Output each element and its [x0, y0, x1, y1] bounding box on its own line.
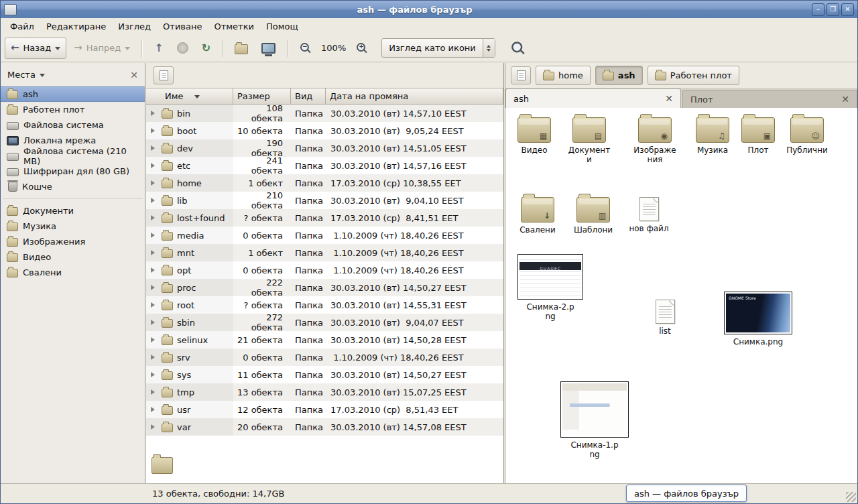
icon-item-documents[interactable]: ▤ Документи [559, 117, 619, 165]
sidebar-place-item[interactable]: Шифриран дял (80 GB) [1, 164, 145, 179]
table-row[interactable]: boot 10 обекта Папка 30.03.2010 (вт) 9,0… [146, 122, 503, 139]
sidebar-close-icon[interactable]: ✕ [130, 70, 138, 80]
up-button[interactable]: ↑ [148, 38, 169, 59]
table-row[interactable]: sys 11 обекта Папка 30.03.2010 (вт) 14,5… [146, 366, 503, 383]
zoom-out-button[interactable] [294, 38, 317, 59]
sidebar-selector-icon[interactable] [40, 74, 45, 80]
sidebar-bookmark-item[interactable]: Изображения [1, 234, 145, 249]
expander-icon[interactable] [151, 163, 158, 168]
expander-icon[interactable] [151, 180, 158, 186]
menu-help[interactable]: Помощ [260, 19, 304, 34]
expander-icon[interactable] [151, 128, 158, 133]
menu-view[interactable]: Изглед [112, 19, 157, 34]
sidebar-bookmark-item[interactable]: Свалени [1, 265, 145, 280]
expander-icon[interactable] [151, 111, 158, 116]
resize-grip[interactable] [846, 492, 856, 502]
sidebar-place-item[interactable]: Файлова система [1, 117, 145, 133]
table-row[interactable]: usr 12 обекта Папка 17.03.2010 (ср) 8,51… [146, 401, 503, 418]
maximize-button[interactable]: ❐ [826, 3, 839, 16]
icon-item-templates[interactable]: ▥ Шаблони [563, 197, 623, 235]
table-row[interactable]: selinux 21 обекта Папка 30.03.2010 (вт) … [146, 331, 503, 349]
menu-bookmarks[interactable]: Отметки [208, 19, 259, 34]
expander-icon[interactable] [151, 424, 158, 430]
column-header-name[interactable]: Име [146, 88, 233, 105]
table-row[interactable]: mnt 1 обект Папка 1.10.2009 (чт) 18,40,2… [146, 244, 503, 261]
expander-icon[interactable] [151, 407, 158, 412]
table-row[interactable]: etc 241 обекта Папка 30.03.2010 (вт) 14,… [146, 157, 503, 174]
sidebar-bookmark-item[interactable]: Видео [1, 249, 145, 265]
table-row[interactable]: bin 108 обекта Папка 30.03.2010 (вт) 14,… [146, 105, 503, 122]
sidebar-place-item[interactable]: Работен плот [1, 102, 145, 117]
menu-file[interactable]: Файл [4, 19, 40, 34]
expander-icon[interactable] [151, 215, 158, 220]
expander-icon[interactable] [151, 389, 158, 395]
menu-go[interactable]: Отиване [157, 19, 208, 34]
expander-icon[interactable] [151, 285, 158, 290]
tab-ash[interactable]: ash ✕ [505, 88, 681, 108]
view-mode-combobox[interactable]: Изглед като икони [381, 38, 495, 58]
table-row[interactable]: proc 222 обекта Папка 30.03.2010 (вт) 14… [146, 279, 503, 296]
expander-icon[interactable] [151, 302, 158, 308]
icon-item-list-file[interactable]: list [635, 300, 695, 336]
table-row[interactable]: lost+found ? обекта Папка 17.03.2010 (ср… [146, 209, 503, 227]
icon-item-video[interactable]: ▦ Видео [504, 117, 564, 155]
icon-item-public[interactable]: ☺ Публични [777, 117, 837, 155]
column-header-modified[interactable]: Дата на промяна [326, 88, 503, 105]
back-button[interactable]: ← Назад [5, 38, 66, 59]
icon-item-images[interactable]: ◉ Изображения [625, 117, 685, 165]
expander-icon[interactable] [151, 337, 158, 342]
expander-icon[interactable] [151, 250, 158, 255]
table-row[interactable]: lib 210 обекта Папка 30.03.2010 (вт) 9,0… [146, 192, 503, 209]
table-row[interactable]: var 20 обекта Папка 30.03.2010 (вт) 14,5… [146, 418, 503, 436]
menu-edit[interactable]: Редактиране [40, 19, 112, 34]
breadcrumb-desktop[interactable]: Работен плот [648, 66, 739, 85]
column-header-size[interactable]: Размер [233, 88, 291, 105]
close-button[interactable]: ✕ [841, 3, 854, 16]
icon-item-snimka-1[interactable]: Снимка-1.png [560, 381, 629, 460]
tab-desktop[interactable]: Плот ✕ [682, 90, 857, 108]
icon-item-new-file[interactable]: нов файл [619, 197, 679, 233]
expander-icon[interactable] [151, 320, 158, 325]
close-tab-icon[interactable]: ✕ [841, 94, 849, 104]
table-row[interactable]: opt 0 обекта Папка 1.10.2009 (чт) 18,40,… [146, 261, 503, 279]
table-row[interactable]: tmp 13 обекта Папка 30.03.2010 (вт) 15,0… [146, 383, 503, 401]
icon-item-downloads[interactable]: ↓ Свалени [507, 197, 568, 235]
icon-item-snimka[interactable]: GNOME Store Снимка.png [723, 292, 793, 346]
expander-icon[interactable] [151, 355, 158, 360]
table-row[interactable]: root ? обекта Папка 30.03.2010 (вт) 14,5… [146, 296, 503, 314]
location-toggle-button[interactable] [154, 66, 174, 84]
sidebar-bookmark-item[interactable]: Музика [1, 218, 145, 234]
breadcrumb-ash[interactable]: ash [595, 66, 643, 85]
icon-item-snimka-2[interactable]: GUADEC Снимка-2.png [515, 254, 585, 322]
table-row[interactable]: dev 190 обекта Папка 30.03.2010 (вт) 14,… [146, 139, 503, 157]
expander-icon[interactable] [151, 233, 158, 238]
computer-button[interactable] [255, 38, 282, 59]
sidebar-place-item[interactable]: Кошче [1, 179, 145, 194]
close-tab-icon[interactable]: ✕ [665, 94, 673, 103]
sidebar-bookmark-item[interactable]: Документи [1, 203, 145, 218]
breadcrumb-home[interactable]: home [536, 66, 591, 85]
location-toggle-button[interactable] [511, 66, 531, 84]
expander-icon[interactable] [151, 145, 158, 151]
table-row[interactable]: srv 0 обекта Папка 1.10.2009 (чт) 18,40,… [146, 349, 503, 366]
sidebar-place-item[interactable]: Файлова система (210 MB) [1, 148, 145, 164]
home-button[interactable] [229, 38, 254, 59]
expander-icon[interactable] [151, 267, 158, 273]
stop-button[interactable] [171, 38, 194, 59]
table-row[interactable]: sbin 272 обекта Папка 30.03.2010 (вт) 9,… [146, 314, 503, 331]
zoom-in-button[interactable] [350, 38, 373, 59]
forward-button[interactable]: → Напред [68, 38, 136, 59]
table-row[interactable]: media 0 обекта Папка 1.10.2009 (чт) 18,4… [146, 227, 503, 244]
icon-canvas[interactable]: ▦ Видео ▤ Документи ◉ Изображения ♫ Музи… [505, 108, 857, 483]
expander-icon[interactable] [151, 372, 158, 377]
file-name: sys [177, 370, 191, 380]
minimize-button[interactable]: – [812, 3, 824, 16]
table-row[interactable]: home 1 обект Папка 17.03.2010 (ср) 10,38… [146, 174, 503, 192]
expander-icon[interactable] [151, 198, 158, 203]
titlebar[interactable]: ash — файлов браузър – ❐ ✕ [1, 1, 857, 18]
sidebar-place-item[interactable]: ash [1, 86, 145, 102]
search-button[interactable] [506, 38, 530, 59]
reload-button[interactable]: ↻ [196, 38, 217, 59]
back-dropdown-icon[interactable] [55, 47, 60, 53]
column-header-type[interactable]: Вид [291, 88, 326, 105]
